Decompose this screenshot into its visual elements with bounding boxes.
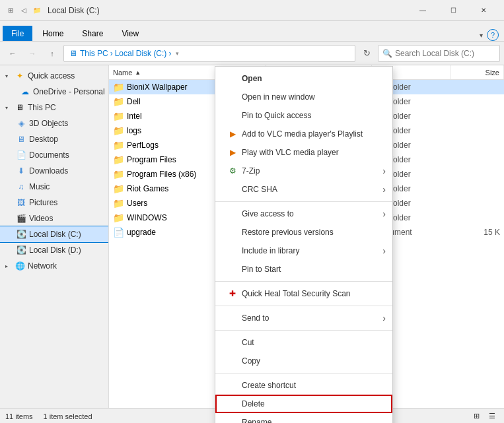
heal-icon: ✚ — [226, 289, 239, 298]
address-bar: ← → ↑ 🖥 This PC › Local Disk (C:) › ▾ ↻ … — [0, 42, 504, 65]
sidebar-label: Music — [29, 182, 50, 191]
expand-icon: ▾ — [5, 73, 12, 79]
close-button[interactable]: ✕ — [468, 0, 499, 21]
sidebar-item-3d-objects[interactable]: ◈ 3D Objects — [0, 115, 108, 131]
menu-item-label: Quick Heal Total Security Scan — [242, 289, 351, 298]
help-icon[interactable]: ? — [487, 29, 499, 41]
up-button[interactable]: ↑ — [44, 45, 61, 62]
list-view-button[interactable]: ☰ — [486, 410, 499, 423]
menu-item-create-shortcut[interactable]: Create shortcut — [215, 376, 392, 395]
menu-item-label: 7-Zip — [242, 166, 260, 176]
forward-button[interactable]: → — [24, 45, 41, 62]
menu-item-7zip[interactable]: ⚙7-Zip — [215, 162, 392, 180]
computer-icon: 🖥 — [15, 102, 25, 113]
search-input[interactable] — [395, 49, 495, 58]
menu-item-rename[interactable]: Rename — [215, 413, 392, 423]
menu-item-open[interactable]: Open — [215, 69, 392, 88]
sidebar-label: Videos — [29, 214, 53, 223]
search-icon: 🔍 — [382, 49, 392, 58]
menu-item-open-new-window[interactable]: Open in new window — [215, 88, 392, 106]
menu-item-pin-quick[interactable]: Pin to Quick access — [215, 106, 392, 125]
zip-icon: ⚙ — [226, 166, 239, 176]
menu-item-crc[interactable]: CRC SHA — [215, 180, 392, 199]
folder-icon: 📁 — [113, 212, 124, 223]
path-dropdown-icon[interactable]: ▾ — [176, 50, 179, 57]
sort-arrow: ▲ — [135, 69, 141, 76]
sidebar-item-quick-access[interactable]: ▾ ✦ Quick access — [0, 68, 108, 84]
path-chevron-2: › — [168, 49, 171, 58]
menu-item-send-to[interactable]: Send to — [215, 309, 392, 327]
back-button[interactable]: ← — [4, 45, 21, 62]
grid-view-button[interactable]: ⊞ — [470, 410, 483, 423]
item-count: 11 items — [5, 412, 33, 420]
sidebar-item-onedrive[interactable]: ☁ OneDrive - Personal — [0, 84, 108, 100]
menu-item-pin-start[interactable]: Pin to Start — [215, 260, 392, 278]
menu-separator — [215, 373, 392, 374]
folder-icon: 📁 — [113, 154, 124, 165]
menu-separator — [215, 281, 392, 282]
col-size-label: Size — [486, 69, 499, 77]
ribbon-tabs: File Home Share View ▾ ? — [0, 21, 504, 41]
doc-icon: 📄 — [113, 227, 124, 238]
cube-icon: ◈ — [16, 118, 26, 129]
sidebar-label: Network — [28, 261, 57, 271]
path-computer-icon: 🖥 — [69, 49, 77, 58]
menu-item-give-access[interactable]: Give access to — [215, 205, 392, 223]
tab-home[interactable]: Home — [34, 26, 72, 41]
file-name-label: PerfLogs — [127, 141, 159, 150]
sidebar-label: Desktop — [29, 135, 58, 144]
menu-item-vlc-playlist[interactable]: ▶Add to VLC media player's Playlist — [215, 125, 392, 143]
ribbon: File Home Share View ▾ ? — [0, 21, 504, 42]
menu-item-vlc-play[interactable]: ▶Play with VLC media player — [215, 143, 392, 162]
sidebar-item-local-c[interactable]: 💽 Local Disk (C:) — [0, 226, 108, 242]
col-header-size[interactable]: Size — [451, 65, 504, 79]
sidebar-item-downloads[interactable]: ⬇ Downloads — [0, 163, 108, 179]
menu-item-delete[interactable]: Delete — [215, 395, 392, 413]
sidebar-label: Quick access — [28, 71, 75, 81]
menu-item-include-lib[interactable]: Include in library — [215, 242, 392, 260]
sidebar-item-videos[interactable]: 🎬 Videos — [0, 211, 108, 226]
folder-icon: 📁 — [113, 140, 124, 150]
refresh-button[interactable]: ↻ — [358, 45, 375, 62]
sidebar-item-local-d[interactable]: 💽 Local Disk (D:) — [0, 242, 108, 258]
path-local-disk[interactable]: Local Disk (C:) — [115, 49, 167, 58]
maximize-button[interactable]: ☐ — [438, 0, 468, 21]
address-path[interactable]: 🖥 This PC › Local Disk (C:) › ▾ — [63, 45, 355, 62]
sidebar-item-music[interactable]: ♫ Music — [0, 179, 108, 195]
menu-item-label: Copy — [242, 356, 260, 366]
network-icon: 🌐 — [15, 261, 25, 271]
expand-ribbon-icon[interactable]: ▾ — [480, 32, 483, 39]
download-icon: ⬇ — [16, 166, 26, 176]
sidebar-item-documents[interactable]: 📄 Documents — [0, 147, 108, 163]
menu-item-label: Include in library — [242, 246, 299, 255]
sidebar-label: Pictures — [29, 198, 57, 207]
tab-share[interactable]: Share — [73, 26, 112, 41]
menu-item-cut[interactable]: Cut — [215, 333, 392, 352]
tab-view[interactable]: View — [113, 26, 147, 41]
menu-item-label: Pin to Quick access — [242, 111, 311, 120]
sidebar-item-network[interactable]: ▸ 🌐 Network — [0, 258, 108, 274]
menu-item-label: Open in new window — [242, 92, 315, 102]
menu-item-label: Send to — [242, 313, 269, 323]
star-icon: ✦ — [15, 71, 25, 81]
menu-item-copy[interactable]: Copy — [215, 352, 392, 370]
menu-item-label: Restore previous versions — [242, 228, 334, 237]
path-this-pc[interactable]: This PC — [80, 49, 108, 58]
file-name-label: Program Files (x86) — [127, 170, 196, 179]
search-box[interactable]: 🔍 — [378, 45, 500, 62]
tab-file[interactable]: File — [3, 26, 32, 41]
disk-icon: 💽 — [16, 245, 26, 255]
menu-item-restore-prev[interactable]: Restore previous versions — [215, 223, 392, 242]
file-name-label: WINDOWS — [127, 213, 167, 222]
menu-item-quick-heal[interactable]: ✚Quick Heal Total Security Scan — [215, 284, 392, 303]
sidebar-item-desktop[interactable]: 🖥 Desktop — [0, 131, 108, 147]
folder-nav-icon: 📁 — [32, 5, 42, 16]
menu-item-label: Add to VLC media player's Playlist — [242, 129, 363, 139]
sidebar-item-this-pc[interactable]: ▾ 🖥 This PC — [0, 100, 108, 115]
minimize-button[interactable]: — — [408, 0, 438, 21]
menu-item-label: Give access to — [242, 209, 294, 218]
context-menu: OpenOpen in new windowPin to Quick acces… — [215, 66, 393, 423]
vlc-icon: ▶ — [226, 129, 239, 139]
menu-item-label: Rename — [242, 418, 271, 423]
sidebar-item-pictures[interactable]: 🖼 Pictures — [0, 195, 108, 211]
